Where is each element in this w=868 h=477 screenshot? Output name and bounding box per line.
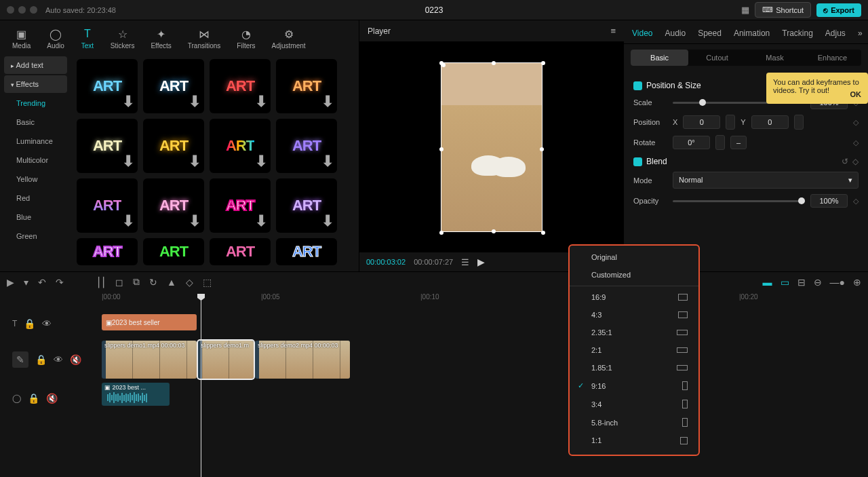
mirror-icon[interactable]: ▲ [167, 277, 176, 288]
sidebar-effects[interactable]: Effects [4, 75, 67, 93]
blend-checkbox[interactable] [633, 157, 642, 166]
subtab-enhance[interactable]: Enhance [804, 50, 861, 66]
position-size-checkbox[interactable] [633, 81, 642, 90]
rtab-animation[interactable]: Animation [732, 26, 771, 43]
zoom-fit-icon[interactable]: ⊕ [853, 277, 861, 288]
rotate-input[interactable]: 0° [673, 136, 710, 149]
rtab-more[interactable]: » [856, 26, 864, 43]
rotate-icon[interactable]: ◇ [186, 277, 193, 288]
list-icon[interactable]: ☰ [461, 257, 469, 267]
text-clip[interactable]: ▣ 2023 best seller [102, 314, 197, 330]
playhead[interactable] [201, 299, 201, 477]
keyframe-icon[interactable]: ◇ [853, 118, 859, 127]
keyframe-icon[interactable]: ◇ [852, 157, 859, 166]
video-frame[interactable] [441, 62, 542, 232]
zoom-out-icon[interactable]: ⊖ [814, 277, 822, 288]
tab-adjustment[interactable]: ⚙Adjustment [267, 24, 311, 52]
art-preset[interactable]: ART⬇ [77, 59, 138, 113]
tab-text[interactable]: TText [75, 24, 100, 52]
sidebar-blue[interactable]: Blue [4, 208, 67, 226]
opacity-slider[interactable] [673, 200, 805, 202]
ratio-9-16[interactable]: 9:16 [570, 377, 698, 395]
rtab-speed[interactable]: Speed [696, 26, 723, 43]
ratio-3-4[interactable]: 3:4 [570, 395, 698, 413]
mute-icon[interactable]: 🔇 [46, 393, 58, 404]
reset-icon[interactable]: ↺ [842, 157, 848, 166]
art-preset[interactable]: ART⬇ [276, 59, 337, 113]
subtab-mask[interactable]: Mask [746, 50, 804, 66]
tab-stickers[interactable]: ☆Stickers [105, 24, 140, 52]
lock-icon[interactable]: 🔒 [24, 318, 35, 329]
tab-effects[interactable]: ✦Effects [145, 24, 176, 52]
ratio-1-1[interactable]: 1:1 [570, 432, 698, 449]
art-preset[interactable]: ART [77, 238, 138, 265]
tab-audio[interactable]: ◯Audio [41, 24, 70, 52]
art-preset[interactable]: ART [143, 238, 204, 265]
ratio-original[interactable]: Original [570, 248, 698, 266]
art-preset[interactable]: ART⬇ [77, 119, 138, 173]
tab-transitions[interactable]: ⋈Transitions [182, 24, 226, 52]
visibility-icon[interactable]: 👁 [54, 354, 63, 365]
shortcut-button[interactable]: ⌨ Shortcut [755, 2, 811, 18]
zoom-slider[interactable]: —● [830, 277, 845, 288]
opacity-value[interactable]: 100% [810, 194, 848, 208]
art-preset[interactable]: ART⬇ [77, 178, 138, 233]
layout-icon[interactable]: ▦ [741, 5, 749, 15]
sidebar-basic[interactable]: Basic [4, 113, 67, 131]
art-preset[interactable]: ART [210, 238, 271, 265]
redo-icon[interactable]: ↷ [56, 277, 64, 288]
blend-mode-select[interactable]: Normal▾ [673, 172, 859, 189]
export-button[interactable]: ⎋ Export [816, 3, 861, 17]
audio-clip[interactable]: ▣ 2023 best ... [102, 383, 170, 406]
rtab-video[interactable]: Video [631, 26, 654, 43]
video-clip-1[interactable]: slippers demo1.mp4 00:00:03 [102, 341, 197, 379]
sidebar-trending[interactable]: Trending [4, 94, 67, 112]
art-preset[interactable]: ART⬇ [210, 59, 271, 113]
art-preset[interactable]: ART⬇ [210, 119, 271, 173]
align-icon[interactable]: ⊟ [797, 277, 806, 288]
rotate-stepper[interactable] [715, 135, 725, 150]
window-controls[interactable] [7, 6, 37, 14]
sidebar-add-text[interactable]: Add text [4, 56, 67, 74]
player-menu-icon[interactable]: ≡ [610, 26, 616, 36]
dropdown-icon[interactable]: ▾ [24, 277, 28, 288]
crop2-icon[interactable]: ⬚ [203, 277, 212, 288]
tab-filters[interactable]: ◔Filters [231, 24, 260, 52]
video-clip-2[interactable]: slippers demo2.mp4 00:00:03 [255, 341, 350, 379]
ratio-customized[interactable]: Customized [570, 266, 698, 284]
rotate-dial[interactable]: – [730, 136, 747, 149]
track-tool-icon[interactable]: ▬ [763, 277, 772, 288]
rtab-audio[interactable]: Audio [663, 26, 687, 43]
ratio-235-1[interactable]: 2.35:1 [570, 324, 698, 341]
sidebar-luminance[interactable]: Luminance [4, 132, 67, 150]
sidebar-multicolor[interactable]: Multicolor [4, 151, 67, 169]
rtab-tracking[interactable]: Tracking [781, 26, 814, 43]
sidebar-red[interactable]: Red [4, 189, 67, 207]
track-tool-icon[interactable]: ▭ [781, 277, 789, 288]
art-preset[interactable]: ART⬇ [276, 119, 337, 173]
ratio-16-9[interactable]: 16:9 [570, 288, 698, 306]
reverse-icon[interactable]: ↻ [149, 277, 157, 288]
edit-icon[interactable]: ✎ [12, 351, 28, 368]
ratio-2-1[interactable]: 2:1 [570, 341, 698, 359]
sidebar-green[interactable]: Green [4, 227, 67, 245]
position-x-input[interactable]: 0 [683, 115, 720, 129]
y-stepper[interactable] [794, 115, 804, 130]
art-preset[interactable]: ART⬇ [143, 119, 204, 173]
preview-canvas[interactable] [359, 41, 624, 252]
selection-tool-icon[interactable]: ▶ [7, 277, 14, 288]
tooltip-ok-button[interactable]: OK [850, 90, 862, 98]
ratio-185-1[interactable]: 1.85:1 [570, 359, 698, 377]
split-icon[interactable]: ⎮⎮ [96, 277, 106, 288]
crop-icon[interactable]: ◻ [115, 277, 123, 288]
visibility-icon[interactable]: 👁 [42, 318, 52, 329]
tab-media[interactable]: ▣Media [7, 24, 36, 52]
lock-icon[interactable]: 🔒 [28, 393, 39, 404]
undo-icon[interactable]: ↶ [38, 277, 46, 288]
play-button[interactable]: ▶ [477, 256, 485, 267]
art-preset[interactable]: ART⬇ [143, 178, 204, 233]
subtab-cutout[interactable]: Cutout [688, 50, 746, 66]
keyframe-icon[interactable]: ◇ [853, 197, 859, 206]
copy-icon[interactable]: ⧉ [133, 276, 140, 288]
position-y-input[interactable]: 0 [751, 115, 789, 129]
